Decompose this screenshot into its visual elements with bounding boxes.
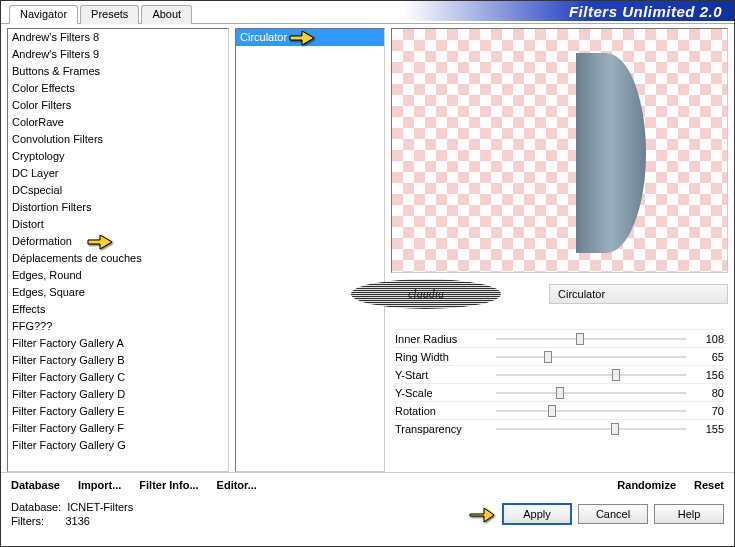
app-title: Filters Unlimited 2.0 [569,3,722,20]
filter-title-row: claudia Circulator [391,279,728,309]
filters-count-label: Filters: [11,515,44,527]
slider-thumb[interactable] [556,387,564,399]
category-item[interactable]: Edges, Square [8,284,228,301]
slider-label: Y-Scale [395,387,490,399]
category-item[interactable]: Convolution Filters [8,131,228,148]
slider-value: 80 [692,387,724,399]
category-item[interactable]: Filter Factory Gallery D [8,386,228,403]
filter-list[interactable]: Circulator [235,28,385,472]
slider-thumb[interactable] [544,351,552,363]
slider-track[interactable] [496,356,686,358]
filter-title: Circulator [549,284,728,304]
slider-group: Inner Radius108Ring Width65Y-Start156Y-S… [391,329,728,437]
category-item[interactable]: Andrew's Filters 9 [8,46,228,63]
slider-row: Y-Scale80 [395,383,724,401]
preview-effect-shape [576,53,646,253]
reset-button[interactable]: Reset [694,479,724,491]
slider-track[interactable] [496,392,686,394]
slider-label: Transparency [395,423,490,435]
category-item[interactable]: Effects [8,301,228,318]
slider-track[interactable] [496,428,686,430]
slider-track[interactable] [496,410,686,412]
slider-thumb[interactable] [576,333,584,345]
category-item[interactable]: DCspecial [8,182,228,199]
cancel-button[interactable]: Cancel [578,504,648,524]
db-value: ICNET-Filters [67,501,133,513]
tab-navigator[interactable]: Navigator [9,5,78,24]
db-label: Database: [11,501,61,513]
category-item[interactable]: Filter Factory Gallery A [8,335,228,352]
category-item[interactable]: Distort [8,216,228,233]
filter-item[interactable]: Circulator [236,29,384,46]
category-item[interactable]: Filter Factory Gallery B [8,352,228,369]
dialog-buttons: Apply Cancel Help [468,503,724,525]
category-item[interactable]: Filter Factory Gallery C [8,369,228,386]
category-item[interactable]: Andrew's Filters 8 [8,29,228,46]
slider-thumb[interactable] [548,405,556,417]
slider-thumb[interactable] [612,369,620,381]
status-bar: Database: ICNET-Filters Filters: 3136 Ap… [1,497,734,533]
toolbar: Database Import... Filter Info... Editor… [1,472,734,497]
main-area: Andrew's Filters 8Andrew's Filters 9Butt… [1,24,734,472]
slider-thumb[interactable] [611,423,619,435]
slider-value: 108 [692,333,724,345]
slider-row: Transparency155 [395,419,724,437]
slider-value: 70 [692,405,724,417]
category-item[interactable]: Déformation [8,233,228,250]
category-item[interactable]: Edges, Round [8,267,228,284]
slider-label: Inner Radius [395,333,490,345]
category-item[interactable]: DC Layer [8,165,228,182]
editor-button[interactable]: Editor... [217,479,257,491]
apply-button[interactable]: Apply [502,503,572,525]
slider-row: Inner Radius108 [395,329,724,347]
slider-track[interactable] [496,374,686,376]
filter-info-button[interactable]: Filter Info... [139,479,198,491]
tab-about[interactable]: About [141,5,192,24]
category-item[interactable]: Buttons & Frames [8,63,228,80]
slider-row: Rotation70 [395,401,724,419]
preview-panel: claudia Circulator Inner Radius108Ring W… [391,28,728,472]
slider-label: Ring Width [395,351,490,363]
category-item[interactable]: FFG??? [8,318,228,335]
randomize-button[interactable]: Randomize [617,479,676,491]
slider-label: Rotation [395,405,490,417]
watermark-badge: claudia [351,279,501,309]
category-item[interactable]: Color Filters [8,97,228,114]
slider-label: Y-Start [395,369,490,381]
category-item[interactable]: Filter Factory Gallery E [8,403,228,420]
help-button[interactable]: Help [654,504,724,524]
filters-count-value: 3136 [65,515,89,527]
category-item[interactable]: ColorRave [8,114,228,131]
category-item[interactable]: Filter Factory Gallery F [8,420,228,437]
slider-value: 65 [692,351,724,363]
slider-row: Ring Width65 [395,347,724,365]
pointer-icon [468,504,496,524]
status-text: Database: ICNET-Filters Filters: 3136 [11,500,133,528]
slider-row: Y-Start156 [395,365,724,383]
category-item[interactable]: Distortion Filters [8,199,228,216]
import-button[interactable]: Import... [78,479,121,491]
category-item[interactable]: Cryptology [8,148,228,165]
slider-value: 155 [692,423,724,435]
preview-image [391,28,728,273]
pointer-icon [288,28,316,47]
database-button[interactable]: Database [11,479,60,491]
slider-track[interactable] [496,338,686,340]
pointer-icon [86,231,114,251]
category-item[interactable]: Color Effects [8,80,228,97]
tab-presets[interactable]: Presets [80,5,139,24]
category-item[interactable]: Filter Factory Gallery G [8,437,228,454]
category-item[interactable]: Déplacements de couches [8,250,228,267]
category-list[interactable]: Andrew's Filters 8Andrew's Filters 9Butt… [7,28,229,472]
slider-value: 156 [692,369,724,381]
